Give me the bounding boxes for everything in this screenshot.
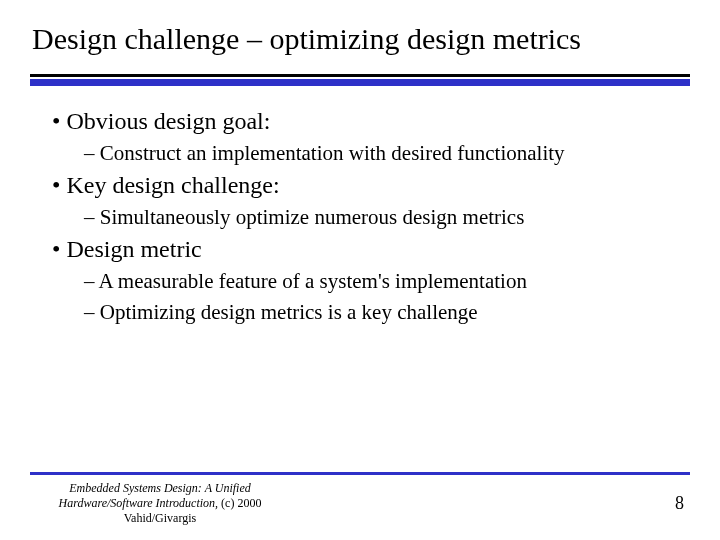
footer-line1: Embedded Systems Design: A Unified [69,481,251,495]
bullet-metric: Design metric [42,236,690,263]
bullet-challenge: Key design challenge: [42,172,690,199]
slide-footer: Embedded Systems Design: A Unified Hardw… [0,472,720,526]
subbullet-challenge: Simultaneously optimize numerous design … [42,205,690,230]
footer-divider [30,472,690,475]
subbullet-metric-b: Optimizing design metrics is a key chall… [42,300,690,325]
footer-line2-italic: Hardware/Software Introduction, [59,496,219,510]
page-number: 8 [675,493,690,514]
title-divider [30,74,690,86]
bullet-goal: Obvious design goal: [42,108,690,135]
slide-body: Obvious design goal: Construct an implem… [30,108,690,325]
footer-attribution: Embedded Systems Design: A Unified Hardw… [30,481,290,526]
subbullet-goal: Construct an implementation with desired… [42,141,690,166]
subbullet-metric-a: A measurable feature of a system's imple… [42,269,690,294]
footer-row: Embedded Systems Design: A Unified Hardw… [30,481,690,526]
divider-black [30,74,690,77]
slide: Design challenge – optimizing design met… [0,0,720,540]
slide-title: Design challenge – optimizing design met… [30,22,690,56]
divider-blue [30,79,690,86]
